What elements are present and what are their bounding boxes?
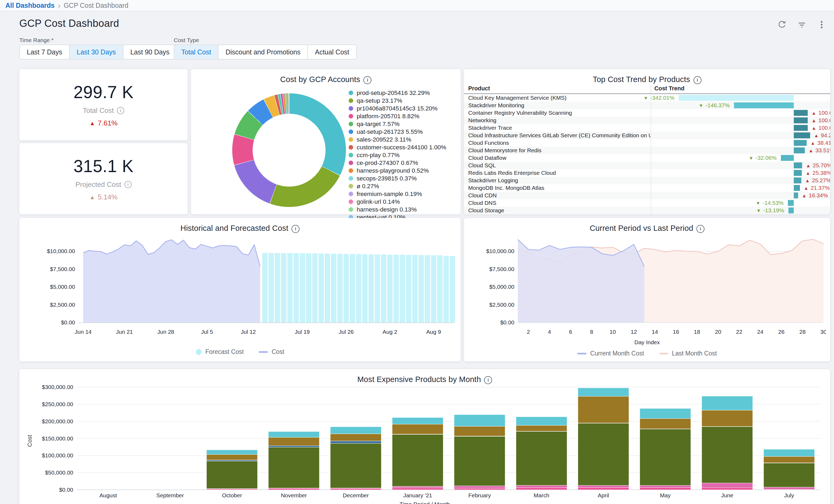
legend-item-forecast-cost[interactable]: Forecast Cost [196, 348, 244, 355]
donut-legend-item-golink-url[interactable]: golink-url 0.14% [349, 198, 456, 205]
donut-legend-item-sales-209522[interactable]: sales-209522 3.11% [349, 136, 456, 144]
table-row-cloud-dataflow[interactable]: Cloud Dataflow▼-32.06% [464, 154, 830, 162]
more-menu-icon[interactable] [817, 20, 827, 29]
svg-text:2: 2 [527, 329, 530, 335]
svg-text:$7,500.00: $7,500.00 [489, 266, 514, 272]
table-row-cloud-dns[interactable]: Cloud DNS▼-14.53% [464, 199, 830, 207]
table-row-cloud-key-management-service-kms[interactable]: Cloud Key Management Service (KMS)▼-342.… [464, 94, 830, 102]
svg-text:December: December [343, 492, 369, 498]
table-row-container-registry-vulnerability-scannin[interactable]: Container Registry Vulnerability Scannin… [464, 109, 830, 117]
donut-legend-item-harness-design[interactable]: harness-design 0.13% [349, 205, 456, 213]
cost-type-option-total-cost[interactable]: Total Cost [174, 45, 219, 59]
donut-legend-item-ce-prod-274307[interactable]: ce-prod-274307 0.67% [349, 159, 456, 167]
donut-hole [253, 114, 326, 187]
cost-trend-bar [794, 170, 802, 176]
cost-type-button-group: Total CostDiscount and PromotionsActual … [174, 44, 357, 60]
time-range-option-last-7-days[interactable]: Last 7 Days [20, 45, 70, 59]
legend-item-current-month-cost[interactable]: Current Month Cost [577, 350, 644, 357]
svg-text:November: November [281, 492, 307, 498]
svg-text:14: 14 [652, 329, 658, 335]
info-icon[interactable]: i [364, 76, 371, 84]
donut-legend-item-prod-setup-205416[interactable]: prod-setup-205416 32.29% [349, 89, 456, 97]
svg-text:$2,500.00: $2,500.00 [489, 302, 514, 308]
cost-trend-value: ▲25.38% [806, 169, 830, 177]
donut-legend-item-platform-205701[interactable]: platform-205701 8.82% [349, 112, 456, 120]
table-row-stackdriver-monitoring[interactable]: Stackdriver Monitoring▼-146.37% [464, 102, 830, 109]
svg-text:Jun 28: Jun 28 [157, 329, 174, 335]
total-cost-label: Total Cost [83, 106, 114, 115]
cost-trend-value: ▲25.70% [806, 162, 830, 170]
donut-legend-item-ccm-play[interactable]: ccm-play 0.77% [349, 151, 456, 159]
historical-forecast-chart: $0.00$2,500.00$5,000.00$7,500.00$10,000.… [24, 234, 456, 339]
trend-table-body: Cloud Key Management Service (KMS)▼-342.… [464, 94, 830, 214]
cost-type-option-actual-cost[interactable]: Actual Cost [308, 45, 356, 59]
svg-text:April: April [598, 492, 609, 498]
donut-legend-item-qa-setup[interactable]: qa-setup 23.17% [349, 97, 456, 105]
cost-trend-value: ▼-13.19% [756, 207, 784, 215]
cost-trend-bar [788, 207, 794, 213]
breadcrumb: All Dashboards › GCP Cost Dashboard [0, 0, 834, 11]
cost-trend-bar [794, 110, 808, 116]
refresh-icon[interactable] [777, 20, 787, 29]
table-row-cloud-sql[interactable]: Cloud SQL▲25.70% [464, 162, 830, 169]
info-icon[interactable]: i [117, 107, 124, 114]
svg-text:4: 4 [548, 329, 551, 335]
cost-type-option-discount-and-promotions[interactable]: Discount and Promotions [219, 45, 308, 59]
svg-text:Jul 26: Jul 26 [339, 329, 354, 335]
breadcrumb-link-all-dashboards[interactable]: All Dashboards [5, 2, 54, 9]
svg-text:10: 10 [610, 329, 616, 335]
table-row-redis-labs-redis-enterprise-cloud[interactable]: Redis Labs Redis Enterprise Cloud▲25.38% [464, 169, 830, 177]
svg-text:6: 6 [569, 329, 572, 335]
info-icon[interactable]: i [697, 225, 704, 233]
donut-legend-item-harness-playground[interactable]: harness-playground 0.52% [349, 167, 456, 175]
info-icon[interactable]: i [694, 76, 702, 84]
table-row-mongodb-inc-mongodb-atlas[interactable]: MongoDB Inc. MongoDB Atlas▲21.37% [464, 184, 830, 192]
donut-legend-item-secops-239815[interactable]: secops-239815 0.37% [349, 175, 456, 182]
table-row-cloud-storage[interactable]: Cloud Storage▼-13.19% [464, 207, 830, 214]
cost-trend-value: ▼-146.37% [699, 102, 730, 109]
table-row-stackdriver-logging[interactable]: Stackdriver Logging▲25.27% [464, 177, 830, 184]
svg-text:18: 18 [694, 329, 700, 335]
table-row-cloud-functions[interactable]: Cloud Functions▲38.41% [464, 139, 830, 147]
legend-item-cost[interactable]: Cost [259, 348, 284, 355]
table-row-stackdriver-trace[interactable]: Stackdriver Trace▲100.00% [464, 124, 830, 132]
trend-table-header: Product Cost Trend [464, 85, 830, 94]
cost-trend-bar [788, 200, 794, 206]
info-icon[interactable]: i [291, 225, 300, 233]
kpi-card-total-cost: 299.7 K Total Costi ▲7.61% [19, 69, 188, 140]
time-range-option-last-30-days[interactable]: Last 30 Days [70, 45, 123, 59]
table-row-cloud-infrastructure-services-gitlab-ser[interactable]: Cloud Infrastructure Services GitLab Ser… [464, 132, 830, 139]
table-row-networking[interactable]: Networking▲100.00% [464, 117, 830, 124]
filter-icon[interactable] [797, 20, 807, 29]
cost-trend-value: ▼-14.53% [756, 199, 784, 207]
cost-trend-value: ▲100.00% [811, 124, 830, 132]
svg-text:$10,000.00: $10,000.00 [47, 248, 75, 254]
svg-text:August: August [100, 492, 117, 498]
donut-chart-title: Cost by GCP Accounts [280, 75, 360, 84]
donut-legend-item-pr10406a87045145c3[interactable]: pr10406a87045145c3 15.20% [349, 105, 456, 112]
table-row-cloud-memorystore-for-redis[interactable]: Cloud Memorystore for Redis▲33.51% [464, 147, 830, 154]
cost-type-label: Cost Type [174, 37, 199, 43]
svg-text:30: 30 [820, 329, 826, 335]
legend-item-last-month-cost[interactable]: Last Month Cost [659, 350, 717, 357]
donut-legend-item-qa-target[interactable]: qa-target 7.57% [349, 120, 456, 128]
cost-trend-value: ▲100.00% [811, 117, 830, 124]
svg-text:$7,500.00: $7,500.00 [50, 266, 75, 272]
svg-text:20: 20 [715, 329, 721, 335]
cost-trend-value: ▼-342.01% [643, 94, 675, 102]
time-range-option-last-90-days[interactable]: Last 90 Days [123, 45, 177, 59]
column-header-cost-trend[interactable]: Cost Trend [651, 85, 830, 93]
cost-trend-bar [781, 155, 794, 161]
dashboard-toolbar [777, 20, 827, 29]
info-icon[interactable]: i [125, 181, 132, 188]
donut-legend: prod-setup-205416 32.29%qa-setup 23.17%p… [349, 89, 456, 238]
cost-trend-bar [794, 125, 808, 131]
donut-legend-item-freemium-sample[interactable]: freemium-sample 0.19% [349, 190, 456, 198]
svg-text:Jul 12: Jul 12 [241, 329, 256, 335]
donut-legend-item-customer-success-244100[interactable]: customer-success-244100 1.00% [349, 144, 456, 151]
svg-text:March: March [534, 492, 549, 498]
donut-legend-item-uat-setup-261723[interactable]: uat-setup-261723 5.55% [349, 128, 456, 136]
table-row-cloud-cdn[interactable]: Cloud CDN▲16.34% [464, 192, 830, 199]
donut-legend-item-[interactable]: ø 0.27% [349, 182, 456, 190]
column-header-product[interactable]: Product [464, 85, 651, 93]
